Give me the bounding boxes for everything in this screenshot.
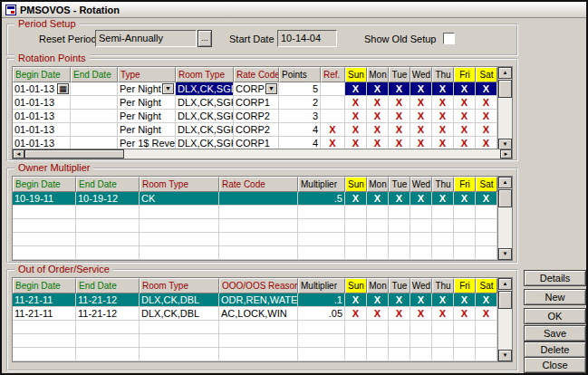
cell-day-wed[interactable]: X — [410, 110, 432, 123]
cell-empty[interactable] — [410, 334, 432, 348]
cell-rate-code[interactable]: CORP1 — [234, 96, 279, 110]
scroll-thumb[interactable] — [498, 189, 512, 207]
cell-end-date[interactable] — [71, 82, 118, 96]
cell-empty[interactable] — [76, 219, 140, 233]
cell-day-mon[interactable]: X — [367, 96, 389, 110]
cell-empty[interactable] — [432, 233, 454, 246]
cell-day-thu[interactable]: X — [432, 82, 454, 96]
cell-end-date[interactable] — [71, 110, 118, 123]
cell-rate-code[interactable]: CORP1 ▼ — [234, 82, 279, 96]
cell-day-sun[interactable]: X — [345, 96, 367, 110]
cell-points[interactable]: 3 — [279, 110, 321, 123]
cell-day-tue[interactable]: X — [389, 192, 410, 206]
cell-day-sun[interactable]: X — [345, 110, 367, 123]
cell-empty[interactable] — [76, 321, 140, 334]
cell-day-fri[interactable]: X — [454, 123, 476, 137]
cell-empty[interactable] — [432, 321, 454, 334]
cell-points[interactable]: 4 — [279, 123, 321, 137]
scroll-track[interactable] — [498, 79, 512, 139]
cell-empty[interactable] — [13, 348, 76, 361]
ooo-row[interactable]: 11-21-11 11-21-12 DLX,CK,DBL AC,LOCK,WIN… — [13, 307, 497, 321]
cell-empty[interactable] — [410, 246, 432, 260]
cell-empty[interactable] — [454, 233, 476, 246]
rate-lov-icon[interactable]: ▼ — [265, 83, 277, 94]
cell-day-thu[interactable]: X — [432, 110, 454, 123]
cell-empty[interactable] — [367, 206, 389, 219]
cell-empty[interactable] — [432, 348, 454, 361]
ooo-row-empty[interactable] — [13, 321, 497, 334]
cell-empty[interactable] — [367, 321, 389, 334]
cell-empty[interactable] — [476, 334, 497, 348]
cell-empty[interactable] — [219, 321, 298, 334]
cell-begin-date[interactable]: 01-01-13 ▦ — [13, 82, 71, 96]
cell-day-sat[interactable]: X — [476, 192, 497, 206]
owner-row-empty[interactable] — [13, 233, 497, 246]
rotation-row[interactable]: 01-01-13 Per Night DLX,CK,SGK,K CORP2 4 … — [13, 123, 497, 137]
cell-empty[interactable] — [345, 219, 367, 233]
cell-empty[interactable] — [219, 233, 298, 246]
cell-day-mon[interactable]: X — [367, 82, 389, 96]
cell-empty[interactable] — [345, 246, 367, 260]
cell-empty[interactable] — [140, 321, 219, 334]
cell-room-type[interactable]: DLX,CK,SGK,K — [176, 123, 234, 137]
cell-empty[interactable] — [298, 321, 345, 334]
cell-empty[interactable] — [432, 246, 454, 260]
cell-day-wed[interactable]: X — [410, 307, 432, 321]
cell-day-sat[interactable]: X — [476, 110, 497, 123]
cell-empty[interactable] — [219, 206, 298, 219]
cell-day-tue[interactable]: X — [389, 82, 410, 96]
cell-empty[interactable] — [13, 334, 76, 348]
cell-points[interactable]: 2 — [279, 96, 321, 110]
cell-rate-code[interactable] — [219, 192, 298, 206]
cell-day-wed[interactable]: X — [410, 293, 432, 307]
ooo-row-empty[interactable] — [13, 348, 497, 361]
cell-empty[interactable] — [476, 321, 497, 334]
scroll-up-icon[interactable]: ▲ — [498, 67, 512, 79]
owner-row-selected[interactable]: 10-19-11 10-19-12 CK .5 X X X X X X X — [13, 192, 497, 206]
cell-day-sun[interactable]: X — [345, 293, 367, 307]
cell-empty[interactable] — [476, 233, 497, 246]
cell-ref[interactable] — [321, 82, 345, 96]
cell-day-fri[interactable]: X — [454, 96, 476, 110]
cell-empty[interactable] — [219, 334, 298, 348]
cell-day-sat[interactable]: X — [476, 123, 497, 137]
cell-empty[interactable] — [432, 334, 454, 348]
cell-empty[interactable] — [454, 334, 476, 348]
cell-empty[interactable] — [389, 334, 410, 348]
cell-empty[interactable] — [476, 348, 497, 361]
cell-day-mon[interactable]: X — [367, 123, 389, 137]
scroll-thumb[interactable] — [24, 149, 124, 159]
cell-empty[interactable] — [345, 206, 367, 219]
cell-empty[interactable] — [367, 334, 389, 348]
cell-ref[interactable] — [321, 110, 345, 123]
cell-room-type[interactable]: DLX,CK,SGK,K — [176, 110, 234, 123]
cell-day-fri[interactable]: X — [454, 192, 476, 206]
cell-rate-code[interactable]: CORP2 — [234, 110, 279, 123]
reset-period-ellipsis-button[interactable]: ... — [198, 30, 212, 47]
cell-empty[interactable] — [345, 348, 367, 361]
cell-end-date[interactable]: 10-19-12 — [76, 192, 140, 206]
cell-multiplier[interactable]: .1 — [298, 293, 345, 307]
new-button[interactable]: New — [524, 289, 586, 305]
cell-rate-code[interactable]: CORP2 — [234, 123, 279, 137]
scroll-down-icon[interactable]: ▼ — [498, 248, 512, 260]
cell-begin-date[interactable]: 01-01-13 — [13, 96, 71, 110]
scroll-down-icon[interactable]: ▼ — [498, 350, 512, 361]
scroll-left-icon[interactable]: ◄ — [13, 149, 24, 159]
show-old-setup-checkbox[interactable] — [443, 33, 455, 44]
cell-day-wed[interactable]: X — [410, 82, 432, 96]
cell-empty[interactable] — [140, 206, 219, 219]
scroll-track[interactable] — [498, 188, 512, 248]
cell-empty[interactable] — [345, 321, 367, 334]
cell-empty[interactable] — [410, 321, 432, 334]
cell-day-sat[interactable]: X — [476, 96, 497, 110]
cell-empty[interactable] — [389, 246, 410, 260]
cell-empty[interactable] — [76, 233, 140, 246]
cell-empty[interactable] — [13, 219, 76, 233]
cell-empty[interactable] — [454, 321, 476, 334]
cell-empty[interactable] — [345, 233, 367, 246]
cell-multiplier[interactable]: .05 — [298, 307, 345, 321]
cell-empty[interactable] — [410, 348, 432, 361]
cell-empty[interactable] — [298, 246, 345, 260]
cell-empty[interactable] — [454, 348, 476, 361]
